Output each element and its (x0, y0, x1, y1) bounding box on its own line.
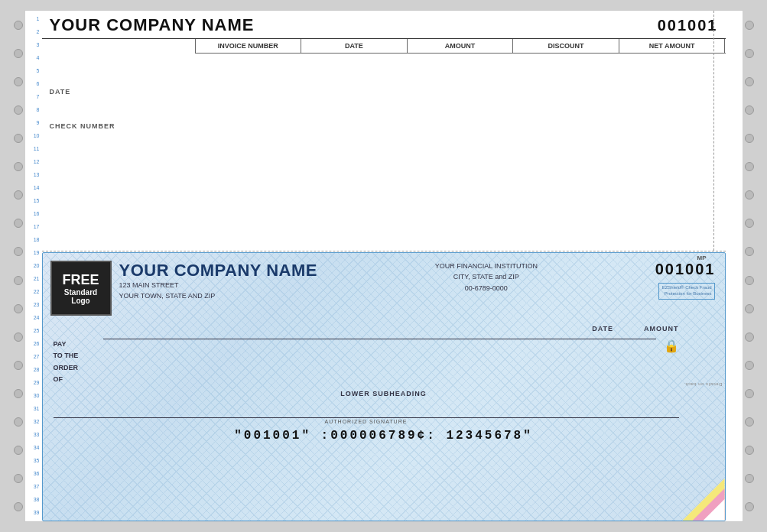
hole (745, 304, 754, 313)
line-numbers: 1 2 3 4 5 6 7 8 9 10 11 12 13 14 15 16 1… (25, 11, 42, 521)
col-discount: DISCOUNT (512, 39, 619, 53)
form-sheet: 1 2 3 4 5 6 7 8 9 10 11 12 13 14 15 16 1… (24, 10, 743, 522)
corner-layers (679, 475, 725, 521)
page-container: 1 2 3 4 5 6 7 8 9 10 11 12 13 14 15 16 1… (0, 0, 767, 532)
lower-subheading-row: LOWER SUBHEADING (43, 385, 725, 397)
check-date-label: DATE (592, 325, 613, 332)
col-invoice-number: INVOICE NUMBER (195, 39, 301, 53)
company-logo-box: FREE Standard Logo (50, 261, 112, 316)
lower-subheading: LOWER SUBHEADING (340, 390, 427, 397)
date-label: DATE (50, 88, 718, 96)
check-company-info: YOUR COMPANY NAME 123 MAIN STREET YOUR T… (119, 261, 317, 301)
top-check-number: 001001 (658, 17, 718, 34)
signature-line (54, 417, 679, 418)
top-section: YOUR COMPANY NAME 001001 INVOICE NUMBER … (42, 11, 726, 251)
top-company-name: YOUR COMPANY NAME (50, 15, 255, 35)
check-number-label: CHECK NUMBER (50, 122, 718, 130)
security-badge: EZShield® Check Fraud Protection for Bus… (655, 283, 716, 300)
hole (745, 190, 754, 200)
hole (14, 332, 23, 342)
col-date: DATE (301, 39, 407, 53)
security-badge-line2: Protection for Business (662, 291, 712, 297)
hole (745, 276, 754, 285)
top-data-area: DATE CHECK NUMBER (42, 54, 726, 130)
invoice-table-header: INVOICE NUMBER DATE AMOUNT DISCOUNT NET … (195, 39, 726, 54)
logo-standard-text: Standard (64, 288, 97, 297)
hole (745, 219, 754, 228)
hole (745, 49, 754, 58)
hole (14, 389, 23, 398)
hole (745, 446, 754, 455)
routing-number: 00-6789-0000 (435, 283, 538, 294)
date-amount-labels: DATE AMOUNT (592, 325, 678, 332)
hole (745, 332, 754, 342)
hole (745, 361, 754, 370)
micr-line: "001001" :000006789¢: 12345678" (43, 424, 725, 446)
hole (745, 389, 754, 398)
lock-icon: 🔒 (664, 339, 679, 353)
payee-line (103, 339, 656, 339)
hole (745, 134, 754, 143)
bank-city: CITY, STATE and ZIP (435, 271, 538, 282)
hole (14, 77, 23, 86)
hole (14, 474, 23, 483)
hole (14, 247, 23, 256)
hole (14, 219, 23, 228)
feed-holes-right (743, 11, 756, 521)
hole (745, 502, 754, 511)
dashed-right-margin (713, 11, 714, 251)
hole (745, 105, 754, 115)
check-bank-info: YOUR FINANCIAL INSTITUTION CITY, STATE a… (435, 261, 538, 316)
logo-free-text: FREE (62, 272, 99, 288)
bank-name: YOUR FINANCIAL INSTITUTION (435, 261, 538, 271)
pay-to-order-section: PAYTO THEORDEROF 🔒 (43, 332, 725, 385)
check-number: 001001 (655, 261, 716, 278)
check-section: MP Security features. Details on back. F… (42, 252, 726, 521)
hole (14, 21, 23, 30)
feed-holes-left (11, 11, 25, 521)
hole (14, 502, 23, 511)
col-net-amount: NET AMOUNT (619, 39, 726, 53)
hole (745, 247, 754, 256)
pay-label: PAYTO THEORDEROF (54, 339, 96, 385)
hole (14, 162, 23, 171)
check-right-top: 001001 EZShield® Check Fraud Protection … (655, 261, 716, 316)
hole (14, 190, 23, 200)
hole (745, 474, 754, 483)
check-header: FREE Standard Logo YOUR COMPANY NAME 123… (43, 253, 725, 316)
hole (14, 134, 23, 143)
hole (14, 276, 23, 285)
check-company-name: YOUR COMPANY NAME (119, 261, 317, 281)
col-amount: AMOUNT (407, 39, 513, 53)
hole (745, 417, 754, 427)
hole (14, 417, 23, 427)
hole (745, 21, 754, 30)
top-header: YOUR COMPANY NAME 001001 (42, 11, 726, 39)
check-amount-label: AMOUNT (644, 325, 679, 332)
mp-marker: MP (697, 255, 707, 261)
hole (14, 446, 23, 455)
check-left-info: FREE Standard Logo YOUR COMPANY NAME 123… (50, 261, 317, 316)
check-date-amount-row: DATE AMOUNT (43, 316, 725, 332)
check-address-line2: YOUR TOWN, STATE AND ZIP (119, 291, 317, 302)
hole (14, 105, 23, 115)
hole (14, 361, 23, 370)
check-address-line1: 123 MAIN STREET (119, 281, 317, 291)
security-badge-line1: EZShield® Check Fraud (662, 285, 712, 291)
logo-logo-text: Logo (71, 297, 89, 305)
authorized-sig-label: AUTHORIZED SIGNATURE (54, 419, 679, 424)
hole (745, 77, 754, 86)
security-badge-box: EZShield® Check Fraud Protection for Bus… (658, 283, 716, 300)
security-side-text: Security features. Details on back. (683, 382, 725, 387)
signature-section: AUTHORIZED SIGNATURE (43, 397, 725, 424)
hole (14, 49, 23, 58)
hole (745, 162, 754, 171)
hole (14, 304, 23, 313)
